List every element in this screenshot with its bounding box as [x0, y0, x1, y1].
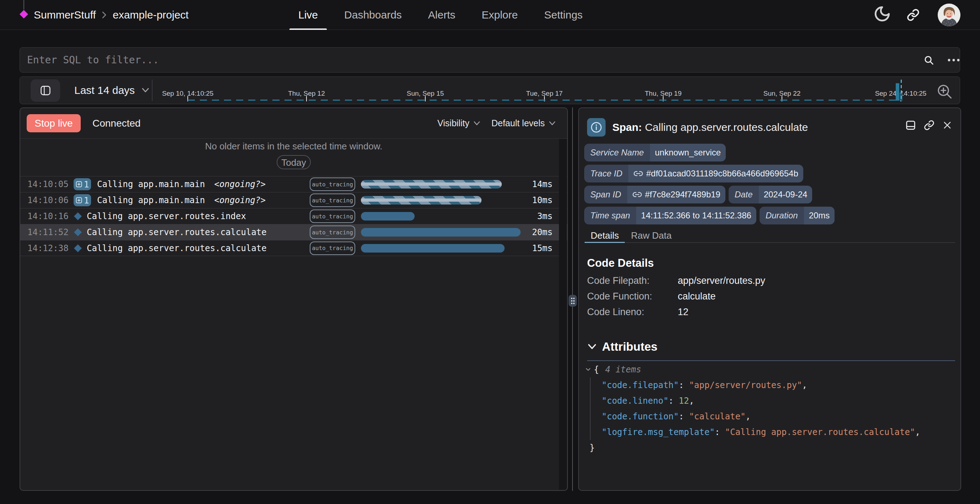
tag-chip[interactable]: auto_tracing: [310, 225, 355, 239]
tab-alerts[interactable]: Alerts: [419, 0, 465, 30]
span-meta-pills: Service Name unknown_service Trace ID #d…: [584, 144, 835, 228]
chevron-down-icon: [587, 343, 597, 351]
timeline-now-cursor[interactable]: [901, 80, 902, 101]
more-options-icon[interactable]: [946, 55, 961, 65]
duration-bar[interactable]: [361, 244, 504, 252]
json-key: "code.function": [601, 411, 679, 421]
copy-link-icon[interactable]: [924, 120, 934, 131]
stop-live-button[interactable]: Stop live: [27, 114, 81, 132]
duration-bar[interactable]: [361, 228, 520, 236]
tag-chip[interactable]: auto_tracing: [310, 241, 355, 255]
user-avatar[interactable]: [938, 3, 961, 26]
json-entry: "code.filepath": "app/server/routes.py",: [579, 377, 961, 393]
log-row[interactable]: 14:10:16 Calling app.server.routes.index…: [20, 208, 567, 224]
duration-bar[interactable]: [361, 196, 482, 204]
collapse-chevron-icon[interactable]: [585, 367, 591, 372]
span-id-pill[interactable]: Span ID #f7c8e294f7489b19: [584, 186, 725, 203]
panel-bottom-icon[interactable]: [905, 120, 916, 131]
kv-label: Code Lineno:: [587, 306, 644, 317]
pill-label: Time span: [584, 207, 636, 225]
breadcrumb-project[interactable]: example-project: [113, 0, 188, 30]
timeline-baseline[interactable]: [188, 100, 901, 100]
tag-chip[interactable]: auto_tracing: [310, 177, 355, 191]
json-key: "logfire.msg_template": [601, 427, 715, 437]
moon-icon[interactable]: [873, 5, 891, 23]
tag-chip[interactable]: auto_tracing: [310, 209, 355, 223]
chevron-down-icon: [548, 120, 556, 127]
code-filepath-row: Code Filepath: app/server/routes.py: [587, 275, 650, 286]
span-detail-tabs: Details Raw Data: [585, 230, 955, 243]
share-link-icon[interactable]: [907, 8, 920, 21]
divider: [587, 360, 955, 361]
trace-id-pill[interactable]: Trace ID #df01acad0311189c8b66a466d96965…: [584, 165, 803, 182]
log-message: Calling app.server.routes.calculate: [87, 227, 267, 237]
log-timestamp: 14:11:52: [27, 227, 68, 237]
duration-bar[interactable]: [361, 212, 415, 220]
sql-filter-placeholder: Enter SQL to filter...: [27, 48, 159, 72]
child-count: 1: [84, 195, 89, 206]
kv-value: 12: [678, 306, 689, 317]
kv-value: app/server/routes.py: [678, 275, 765, 286]
tab-settings[interactable]: Settings: [535, 0, 591, 30]
zoom-in-icon[interactable]: [936, 83, 953, 100]
tab-live[interactable]: Live: [290, 0, 327, 30]
tag-chip[interactable]: auto_tracing: [310, 193, 355, 207]
ongoing-label: <ongoing?>: [214, 195, 266, 205]
main-nav-tabs: Live Dashboards Alerts Explore Settings: [290, 0, 600, 30]
tab-raw-data[interactable]: Raw Data: [625, 230, 678, 242]
pill-value: 2024-09-24: [759, 186, 813, 203]
divider: [152, 80, 153, 101]
duration-label: 15ms: [532, 243, 553, 253]
pill-value-group: #df01acad0311189c8b66a466d969654b: [628, 165, 803, 182]
chevron-down-icon: [473, 120, 481, 127]
json-open-brace: {: [594, 362, 599, 377]
json-comma: ,: [915, 427, 920, 437]
duration-bar[interactable]: [361, 180, 502, 188]
today-button[interactable]: Today: [277, 155, 311, 169]
log-row[interactable]: 14:10:06 1 Calling app.main.main <ongoin…: [20, 192, 567, 208]
json-key: "code.lineno": [601, 396, 668, 406]
time-range-bar: Last 14 days Sep 10, 14:10:25 Thu, Sep 1…: [19, 77, 960, 104]
search-icon[interactable]: [923, 55, 934, 65]
link-icon: [633, 169, 643, 179]
json-root-line[interactable]: { 4 items: [579, 362, 961, 377]
log-row[interactable]: 14:10:05 1 Calling app.main.main <ongoin…: [20, 176, 567, 192]
log-row-selected[interactable]: 14:11:52 Calling app.server.routes.calcu…: [20, 224, 567, 240]
pill-label: Duration: [759, 207, 804, 225]
tab-explore[interactable]: Explore: [473, 0, 527, 30]
log-row[interactable]: 14:12:38 Calling app.server.routes.calcu…: [20, 240, 567, 256]
pill-label: Service Name: [584, 144, 650, 161]
breadcrumb-org[interactable]: SummerStuff: [34, 0, 96, 30]
time-range-dropdown[interactable]: Last 14 days: [74, 77, 135, 104]
duration-label: 14ms: [532, 179, 553, 189]
span-details-panel: Span: Calling app.server.routes.calculat…: [578, 107, 961, 491]
top-navbar: SummerStuff example-project Live Dashboa…: [0, 0, 980, 30]
tab-dashboards[interactable]: Dashboards: [335, 0, 411, 30]
plus-badge-icon[interactable]: 1: [73, 194, 91, 206]
json-key: "code.filepath": [601, 380, 679, 390]
attributes-json: { 4 items "code.filepath": "app/server/r…: [579, 362, 961, 456]
breadcrumb-chevron-icon: [101, 11, 108, 19]
plus-badge-icon[interactable]: 1: [73, 178, 91, 190]
sidebar-toggle-button[interactable]: [30, 79, 60, 102]
log-timestamp: 14:10:05: [27, 179, 68, 189]
json-separator: :: [668, 396, 679, 406]
kv-label: Code Function:: [587, 291, 652, 301]
connection-status: Connected: [92, 108, 140, 138]
tab-details[interactable]: Details: [585, 230, 625, 242]
log-timestamp: 14:10:16: [27, 211, 68, 221]
close-icon[interactable]: [942, 120, 952, 130]
visibility-dropdown[interactable]: Visibility: [438, 118, 481, 128]
json-string-value: "calculate": [689, 411, 746, 421]
json-string-value: "app/server/routes.py": [689, 380, 802, 390]
panel-resize-handle[interactable]: [569, 295, 577, 306]
sql-filter-input[interactable]: Enter SQL to filter...: [19, 47, 960, 73]
diamond-icon: [74, 244, 82, 252]
scrollbar[interactable]: [559, 139, 567, 490]
default-levels-dropdown[interactable]: Default levels: [492, 118, 556, 128]
attributes-heading[interactable]: Attributes: [587, 340, 657, 354]
pill-value-group: #f7c8e294f7489b19: [627, 186, 725, 203]
logo-icon[interactable]: [19, 0, 29, 20]
json-items-count: 4 items: [605, 362, 641, 377]
json-comma: ,: [746, 411, 751, 421]
